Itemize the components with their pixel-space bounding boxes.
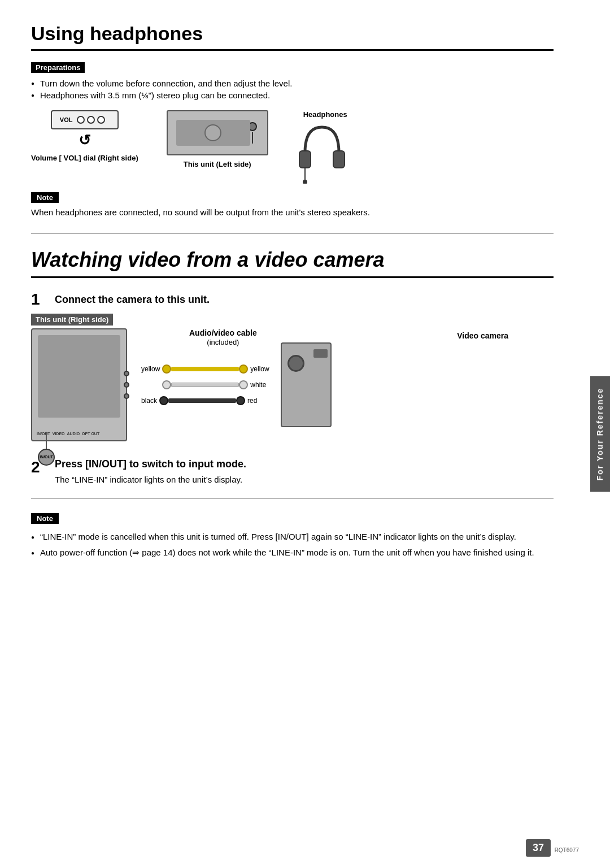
unit-left-box — [167, 110, 268, 155]
svg-rect-0 — [299, 151, 311, 168]
knob-1 — [77, 116, 85, 124]
section2-note: Note “LINE-IN” mode is cancelled when th… — [31, 513, 554, 559]
headphones-label-top: Headphones — [297, 110, 347, 119]
rqt-code: RQT6077 — [555, 847, 579, 853]
knob-row — [77, 116, 105, 124]
note-bullet-2: Auto power-off function (⇒ page 14) does… — [31, 546, 554, 559]
black-left-label: black — [141, 397, 157, 405]
unit-right-box: IN/OUT VIDEO AUDIO OPT OUT IN/OUT — [31, 328, 127, 441]
rotate-arrow-icon: ↺ — [79, 132, 91, 149]
section1-note: Note When headphones are connected, no s… — [31, 192, 554, 219]
connection-diagram: Audio/video cable (included) Video camer… — [31, 328, 554, 441]
step1-title: Connect the camera to this unit. — [55, 290, 210, 306]
unit-right-wrapper: This unit (Right side) IN/OUT VIDEO AUD — [31, 328, 127, 441]
conn-row: This unit (Right side) IN/OUT VIDEO AUD — [31, 328, 554, 441]
headphones-diagram: VOL ↺ Volume [ VOL] dial (Right side) — [31, 110, 554, 184]
black-plug-right — [236, 396, 245, 405]
port-3 — [124, 393, 129, 399]
vol-caption: Volume [ VOL] dial (Right side) — [31, 154, 138, 162]
camera-lens — [287, 355, 304, 372]
port-2 — [124, 382, 129, 388]
camera-viewfinder — [313, 349, 328, 358]
side-reference-tab: For Your Reference — [590, 376, 610, 492]
black-right-label: red — [247, 397, 257, 405]
port-1 — [124, 371, 129, 376]
section1-title: Using headphones — [31, 23, 554, 51]
in-out-button: IN/OUT — [38, 449, 55, 466]
vol-dial-box: VOL — [51, 110, 119, 129]
svg-rect-1 — [333, 151, 345, 168]
port-group — [124, 371, 129, 399]
section2-title: Watching video from a video camera — [31, 248, 554, 278]
preparations-bullets: Turn down the volume before connection, … — [31, 79, 554, 100]
black-wire — [168, 398, 236, 403]
camera-box — [281, 342, 332, 427]
yellow-wire — [171, 367, 239, 371]
svg-point-3 — [303, 180, 307, 184]
page-content: Using headphones Preparations Turn down … — [0, 0, 610, 591]
connector-wire — [46, 432, 47, 449]
note-badge-1: Note — [31, 192, 59, 203]
white-right-label: white — [250, 381, 266, 389]
bullet-2: Headphones with 3.5 mm (⅛") stereo plug … — [31, 90, 554, 100]
white-cable: yellow white — [141, 380, 269, 389]
knob-2 — [87, 116, 95, 124]
step2: 2 Press [IN/OUT] to switch to input mode… — [31, 458, 554, 484]
unit-right-label: This unit (Right side) — [31, 314, 113, 326]
bullet-1: Turn down the volume before connection, … — [31, 79, 554, 88]
cables-section: yellow yellow yellow white black — [141, 364, 269, 405]
video-camera-wrapper — [281, 342, 332, 427]
separator — [31, 233, 554, 234]
black-cable: black red — [141, 396, 269, 405]
knob-3 — [97, 116, 105, 124]
white-plug-left — [162, 380, 171, 389]
black-plug-left — [159, 396, 168, 405]
preparations-badge-wrapper: Preparations — [31, 62, 554, 79]
step2-title: Press [IN/OUT] to switch to input mode. — [55, 455, 246, 470]
section2-note-bullets: “LINE-IN” mode is cancelled when this un… — [31, 531, 554, 559]
av-cable-label: Audio/video cable (included) — [189, 328, 257, 346]
note-badge-2: Note — [31, 513, 59, 524]
page-number: 37 — [526, 839, 551, 857]
note-bullet-1: “LINE-IN” mode is cancelled when this un… — [31, 531, 554, 544]
yellow-right-label: yellow — [250, 365, 269, 373]
white-wire — [171, 383, 239, 387]
separator-2 — [31, 498, 554, 499]
unit-caption: This unit (Left side) — [184, 160, 251, 168]
video-camera-label: Video camera — [457, 331, 508, 340]
vol-dial-item: VOL ↺ Volume [ VOL] dial (Right side) — [31, 110, 138, 162]
vol-text: VOL — [60, 116, 73, 123]
yellow-plug-left — [162, 364, 171, 374]
jack-line — [252, 132, 253, 144]
preparations-badge: Preparations — [31, 62, 85, 73]
headphones-icon — [297, 121, 347, 184]
yellow-cable: yellow yellow — [141, 364, 269, 374]
in-out-group: IN/OUT — [38, 432, 55, 466]
unit-detail — [38, 335, 120, 418]
note-text-1: When headphones are connected, no sound … — [31, 206, 554, 219]
step2-text: The “LINE-IN” indicator lights on the un… — [55, 475, 246, 484]
yellow-left-label: yellow — [141, 365, 160, 373]
white-plug-right — [239, 380, 248, 389]
yellow-plug-right — [239, 364, 248, 374]
unit-left-item: This unit (Left side) — [167, 110, 268, 168]
step1: 1 Connect the camera to this unit. — [31, 290, 554, 309]
step1-num: 1 — [31, 290, 48, 309]
headphones-item: Headphones — [297, 110, 347, 184]
step2-content: Press [IN/OUT] to switch to input mode. … — [55, 458, 246, 484]
